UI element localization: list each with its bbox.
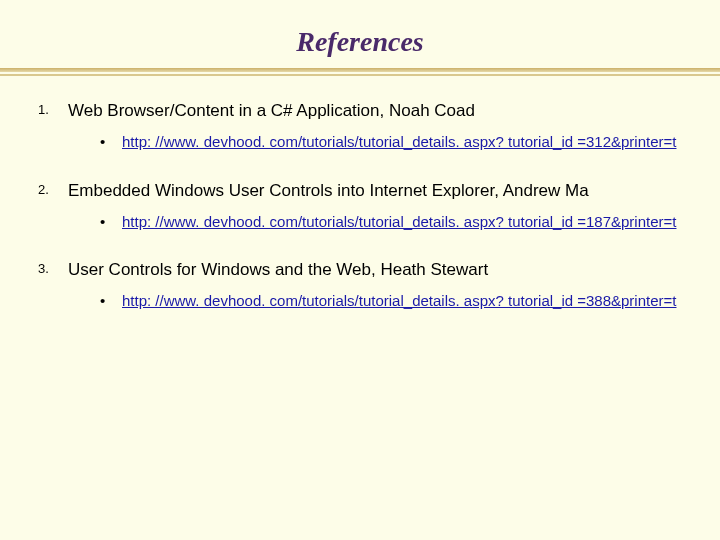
slide-title: References [0, 0, 720, 68]
content-area: Web Browser/Content in a C# Application,… [0, 100, 720, 311]
reference-text: Embedded Windows User Controls into Inte… [68, 181, 589, 200]
reference-link-item: http: //www. devhood. com/tutorials/tuto… [100, 291, 686, 311]
reference-item: Web Browser/Content in a C# Application,… [38, 100, 686, 152]
reference-link[interactable]: http: //www. devhood. com/tutorials/tuto… [122, 292, 676, 309]
references-list: Web Browser/Content in a C# Application,… [38, 100, 686, 311]
reference-link-item: http: //www. devhood. com/tutorials/tuto… [100, 132, 686, 152]
reference-sublist: http: //www. devhood. com/tutorials/tuto… [68, 291, 686, 311]
reference-text: Web Browser/Content in a C# Application,… [68, 101, 475, 120]
reference-sublist: http: //www. devhood. com/tutorials/tuto… [68, 132, 686, 152]
reference-item: User Controls for Windows and the Web, H… [38, 259, 686, 311]
reference-link[interactable]: http: //www. devhood. com/tutorials/tuto… [122, 133, 676, 150]
reference-sublist: http: //www. devhood. com/tutorials/tuto… [68, 212, 686, 232]
reference-link-item: http: //www. devhood. com/tutorials/tuto… [100, 212, 686, 232]
title-divider [0, 68, 720, 78]
reference-item: Embedded Windows User Controls into Inte… [38, 180, 686, 232]
reference-link[interactable]: http: //www. devhood. com/tutorials/tuto… [122, 213, 676, 230]
reference-text: User Controls for Windows and the Web, H… [68, 260, 488, 279]
